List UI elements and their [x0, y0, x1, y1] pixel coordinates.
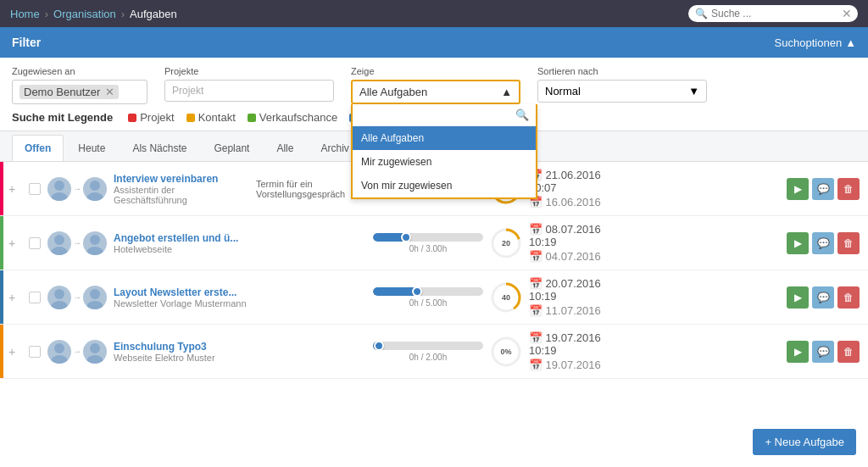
legend-dot-projekt	[128, 114, 136, 122]
task-checkbox[interactable]	[29, 183, 41, 195]
task-expand-icon[interactable]: +	[8, 291, 22, 304]
task-desc: Termin für ein Vorstellungsgespräch	[256, 179, 366, 199]
task-subtitle: Newsletter Vorlage Mustermann	[114, 298, 249, 309]
progress-bar-handle[interactable]	[412, 287, 422, 296]
avatar-from	[47, 286, 71, 309]
progress-bar[interactable]	[373, 287, 483, 296]
new-task-button[interactable]: + Neue Aufgabe	[753, 429, 856, 455]
svg-point-3	[86, 192, 103, 201]
avatar-to	[83, 340, 107, 364]
dropdown-item-von[interactable]: Von mir zugewiesen	[353, 174, 536, 197]
filter-title: Filter	[12, 36, 41, 49]
task-expand-icon[interactable]: +	[8, 345, 22, 359]
task-avatars: →	[47, 231, 107, 255]
task-circle-label: 0%	[500, 347, 511, 356]
tab-alle[interactable]: Alle	[264, 135, 306, 161]
sortby-filter: Sortieren nach Normal ▼	[537, 66, 707, 103]
task-title[interactable]: Interview vereinbaren	[114, 173, 249, 185]
dropdown-item-all[interactable]: Alle Aufgaben	[353, 126, 536, 150]
task-progress-area: 0h / 3.00h	[373, 233, 483, 253]
legend-item-projekt: Projekt	[128, 111, 174, 124]
task-delete-button[interactable]: 🗑	[837, 341, 860, 363]
chevron-up-icon-zeige: ▲	[501, 86, 512, 98]
task-play-button[interactable]: ▶	[787, 341, 809, 363]
dropdown-item-mir[interactable]: Mir zugewiesen	[353, 150, 536, 174]
zeige-select[interactable]: Alle Aufgaben ▲	[351, 80, 520, 104]
search-options-button[interactable]: Suchoptionen ▲	[775, 36, 856, 49]
svg-point-6	[54, 235, 64, 245]
task-message-button[interactable]: 💬	[812, 341, 834, 363]
zeige-col: Zeige Alle Aufgaben ▲ 🔍 Alle Aufgaben Mi…	[351, 66, 520, 104]
zeige-filter: Zeige Alle Aufgaben ▲ 🔍 Alle Aufgaben Mi…	[351, 66, 520, 104]
task-title[interactable]: Angebot erstellen und ü...	[114, 232, 249, 244]
breadcrumb-current: Aufgaben	[130, 8, 177, 20]
tab-als-naechste[interactable]: Als Nächste	[120, 135, 199, 161]
breadcrumb-home[interactable]: Home	[10, 8, 40, 20]
task-play-button[interactable]: ▶	[787, 178, 809, 200]
sortby-select[interactable]: Normal ▼	[537, 80, 707, 103]
breadcrumb-org[interactable]: Organisation	[53, 8, 116, 20]
task-date-created: 📅 08.07.2016 10:19	[529, 223, 631, 248]
assigned-remove-icon[interactable]: ✕	[105, 86, 114, 98]
task-checkbox[interactable]	[29, 237, 41, 249]
search-icon: 🔍	[695, 8, 708, 19]
legend-label-verkauf: Verkaufschance	[259, 111, 338, 124]
task-circle-label: 20	[502, 239, 510, 247]
progress-bar[interactable]	[373, 342, 483, 350]
task-subtitle: Webseite Elektro Muster	[114, 353, 249, 363]
task-expand-icon[interactable]: +	[8, 182, 22, 196]
search-bar: 🔍 ✕	[688, 5, 858, 22]
task-date-created: 📅 21.06.2016 10:07	[529, 169, 631, 194]
task-list: + → Interview vereinbaren Assistentin de…	[0, 162, 868, 467]
task-delete-button[interactable]: 🗑	[837, 178, 860, 200]
task-info: Layout Newsletter erste... Newsletter Vo…	[114, 286, 249, 309]
task-dates: 📅 20.07.2016 10:19 📅 11.07.2016	[529, 277, 631, 317]
task-actions: ▶ 💬 🗑	[787, 232, 860, 254]
chevron-down-icon-sortby: ▼	[688, 85, 699, 97]
task-circle: 0%	[490, 336, 522, 368]
assigned-label: Zugewiesen an	[12, 66, 147, 76]
task-title[interactable]: Layout Newsletter erste...	[114, 286, 249, 298]
task-info: Einschulung Typo3 Webseite Elektro Muste…	[114, 341, 249, 363]
task-message-button[interactable]: 💬	[812, 232, 834, 254]
arrow-icon: →	[73, 347, 81, 356]
dropdown-search-input[interactable]	[359, 109, 515, 121]
task-delete-button[interactable]: 🗑	[837, 232, 860, 254]
task-delete-button[interactable]: 🗑	[837, 286, 860, 309]
filter-bar: Filter Suchoptionen ▲	[0, 27, 868, 58]
task-actions: ▶ 💬 🗑	[787, 178, 860, 200]
task-date-created: 📅 19.07.2016 10:19	[529, 331, 631, 357]
tab-heute[interactable]: Heute	[65, 135, 118, 161]
task-checkbox[interactable]	[29, 292, 41, 303]
progress-hours: 0h / 5.00h	[373, 298, 483, 308]
tab-offen[interactable]: Offen	[12, 135, 64, 161]
svg-point-7	[51, 247, 68, 255]
task-message-button[interactable]: 💬	[812, 178, 834, 200]
task-avatars: →	[47, 286, 107, 309]
task-actions: ▶ 💬 🗑	[787, 341, 860, 363]
progress-bar[interactable]	[373, 233, 483, 242]
task-expand-icon[interactable]: +	[8, 236, 22, 250]
task-play-button[interactable]: ▶	[787, 286, 809, 309]
task-checkbox[interactable]	[29, 346, 41, 358]
task-play-button[interactable]: ▶	[787, 232, 809, 254]
zeige-label: Zeige	[351, 66, 520, 76]
task-actions: ▶ 💬 🗑	[787, 286, 860, 309]
svg-point-15	[86, 301, 103, 309]
avatar-to	[83, 231, 107, 255]
projects-input[interactable]: Projekt	[164, 80, 334, 102]
search-clear-icon[interactable]: ✕	[842, 7, 852, 20]
task-title[interactable]: Einschulung Typo3	[114, 341, 249, 353]
task-dates: 📅 08.07.2016 10:19 📅 04.07.2016	[529, 223, 631, 263]
search-input[interactable]	[711, 8, 838, 19]
task-message-button[interactable]: 💬	[812, 286, 834, 309]
svg-point-1	[51, 192, 68, 201]
projects-label: Projekte	[164, 66, 334, 76]
tab-geplant[interactable]: Geplant	[201, 135, 262, 161]
assigned-input[interactable]: Demo Benutzer ✕	[12, 80, 147, 104]
task-progress-area: 0h / 2.00h	[373, 342, 483, 362]
progress-bar-handle[interactable]	[374, 342, 384, 350]
avatar-from	[47, 177, 71, 201]
avatar-from	[47, 231, 71, 255]
progress-bar-handle[interactable]	[401, 233, 411, 242]
